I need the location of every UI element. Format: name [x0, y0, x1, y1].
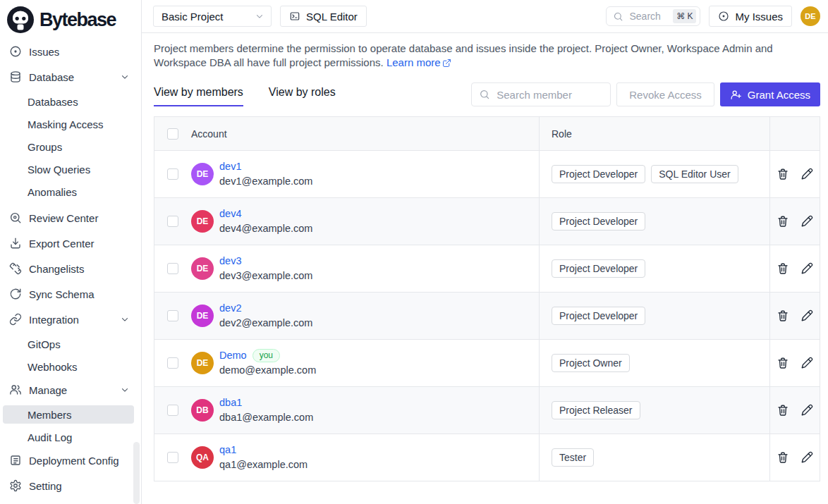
sidebar-item-members[interactable]: Members — [3, 405, 134, 424]
edit-icon — [800, 404, 813, 417]
row-check-cell — [154, 198, 191, 245]
edit-member-button[interactable] — [800, 262, 813, 275]
actions-cell — [769, 340, 820, 386]
search-shortcut-kbd: ⌘ K — [673, 9, 696, 23]
edit-member-button[interactable] — [800, 451, 813, 464]
delete-member-button[interactable] — [777, 404, 789, 417]
member-name-link[interactable]: dev1 — [219, 159, 241, 174]
user-avatar[interactable]: DE — [800, 6, 820, 26]
sidebar-item-export-center[interactable]: Export Center — [3, 233, 134, 253]
avatar: DE — [191, 257, 214, 280]
sidebar-item-audit-log[interactable]: Audit Log — [3, 428, 134, 446]
brand-header[interactable]: Bytebase — [0, 0, 141, 40]
sidebar-scrollbar[interactable] — [133, 442, 140, 504]
member-search-input[interactable] — [495, 88, 603, 102]
sidebar-item-label: GitOps — [28, 338, 61, 350]
sidebar-item-slow-queries[interactable]: Slow Queries — [3, 160, 134, 178]
sidebar-item-label: Groups — [28, 141, 62, 153]
row-checkbox[interactable] — [167, 263, 178, 274]
sidebar-item-masking-access[interactable]: Masking Access — [3, 115, 134, 133]
member-name-link[interactable]: dev3 — [219, 254, 241, 269]
member-email: dev4@example.com — [219, 221, 312, 236]
role-cell: Project Developer — [539, 245, 769, 292]
member-name-link[interactable]: dev2 — [219, 301, 241, 316]
row-checkbox[interactable] — [167, 216, 178, 227]
sidebar-item-anomalies[interactable]: Anomalies — [3, 183, 134, 201]
delete-member-button[interactable] — [777, 168, 789, 180]
sidebar-item-manage[interactable]: Manage — [3, 380, 134, 400]
role-cell: Project Releaser — [539, 387, 769, 434]
avatar: DB — [191, 399, 214, 422]
row-checkbox[interactable] — [167, 405, 178, 416]
database-icon — [9, 70, 22, 83]
sidebar-item-label: Masking Access — [28, 118, 104, 130]
edit-icon — [800, 309, 813, 322]
tab-view-by-members[interactable]: View by members — [154, 86, 243, 106]
member-search[interactable] — [471, 82, 611, 106]
grant-access-button[interactable]: Grant Access — [720, 82, 820, 106]
edit-member-button[interactable] — [800, 215, 813, 228]
edit-member-button[interactable] — [800, 309, 813, 322]
user-plus-icon — [730, 89, 742, 101]
sidebar-item-label: Export Center — [29, 238, 95, 250]
avatar: QA — [191, 446, 214, 469]
sidebar-item-setting[interactable]: Setting — [3, 476, 134, 496]
tab-view-by-roles[interactable]: View by roles — [269, 86, 336, 106]
my-issues-button[interactable]: My Issues — [709, 6, 792, 27]
member-name-link[interactable]: qa1 — [219, 443, 236, 457]
sidebar-item-changelists[interactable]: Changelists — [3, 259, 134, 278]
project-select[interactable]: Basic Project — [153, 6, 272, 27]
edit-member-button[interactable] — [800, 404, 813, 417]
account-name-row: dev4 — [219, 207, 312, 221]
member-name-link[interactable]: dba1 — [219, 395, 242, 410]
member-name-link[interactable]: Demo — [219, 348, 247, 363]
global-search[interactable]: ⌘ K — [606, 6, 700, 26]
row-checkbox[interactable] — [167, 357, 178, 369]
account-cell: DEdev2dev2@example.com — [191, 293, 539, 339]
sql-editor-button[interactable]: SQL Editor — [280, 6, 367, 27]
sidebar-item-databases[interactable]: Databases — [3, 92, 134, 111]
sidebar-item-issues[interactable]: Issues — [3, 42, 134, 61]
account-name-row: Demoyou — [219, 348, 316, 363]
sidebar-item-groups[interactable]: Groups — [3, 137, 134, 156]
row-check-cell — [154, 151, 191, 197]
revoke-access-button[interactable]: Revoke Access — [616, 82, 714, 106]
select-all-checkbox[interactable] — [167, 128, 178, 140]
role-cell: Project DeveloperSQL Editor User — [539, 151, 769, 197]
edit-icon — [800, 168, 813, 180]
sidebar-item-database[interactable]: Database — [3, 67, 134, 87]
delete-member-button[interactable] — [777, 451, 789, 464]
actions-cell — [769, 245, 820, 292]
search-input[interactable] — [628, 10, 669, 23]
sidebar-item-sync-schema[interactable]: Sync Schema — [3, 284, 134, 304]
main-area: Basic Project SQL Editor ⌘ K My Issues D… — [142, 0, 828, 504]
row-checkbox[interactable] — [167, 168, 178, 180]
sidebar-item-label: Deployment Config — [29, 455, 119, 467]
sidebar-item-gitops[interactable]: GitOps — [3, 335, 134, 353]
row-checkbox[interactable] — [167, 452, 178, 463]
member-email: dev1@example.com — [219, 174, 312, 189]
row-checkbox[interactable] — [167, 310, 178, 321]
sidebar-item-review-center[interactable]: Review Center — [3, 208, 134, 228]
account-text: dev3dev3@example.com — [219, 254, 312, 283]
delete-member-button[interactable] — [777, 262, 789, 275]
integration-icon — [9, 313, 22, 326]
learn-more-link[interactable]: Learn more — [386, 56, 451, 68]
account-name-row: dba1 — [219, 395, 313, 410]
setting-icon — [9, 479, 22, 492]
tabs-row: View by members View by roles Revoke Acc… — [154, 82, 820, 106]
delete-member-button[interactable] — [777, 357, 789, 369]
sidebar-item-integration[interactable]: Integration — [3, 309, 134, 329]
avatar: DE — [191, 210, 214, 233]
sidebar-item-webhooks[interactable]: Webhooks — [3, 357, 134, 376]
chevron-down-icon — [120, 314, 130, 324]
edit-member-button[interactable] — [800, 168, 813, 180]
account-cell: DEdev3dev3@example.com — [191, 245, 539, 292]
delete-member-button[interactable] — [777, 309, 789, 322]
sidebar-item-deployment-config[interactable]: Deployment Config — [3, 450, 134, 470]
member-name-link[interactable]: dev4 — [219, 207, 241, 221]
edit-member-button[interactable] — [800, 357, 813, 369]
account-cell: QAqa1qa1@example.com — [191, 434, 539, 481]
account-name-row: dev3 — [219, 254, 312, 269]
delete-member-button[interactable] — [777, 215, 789, 228]
